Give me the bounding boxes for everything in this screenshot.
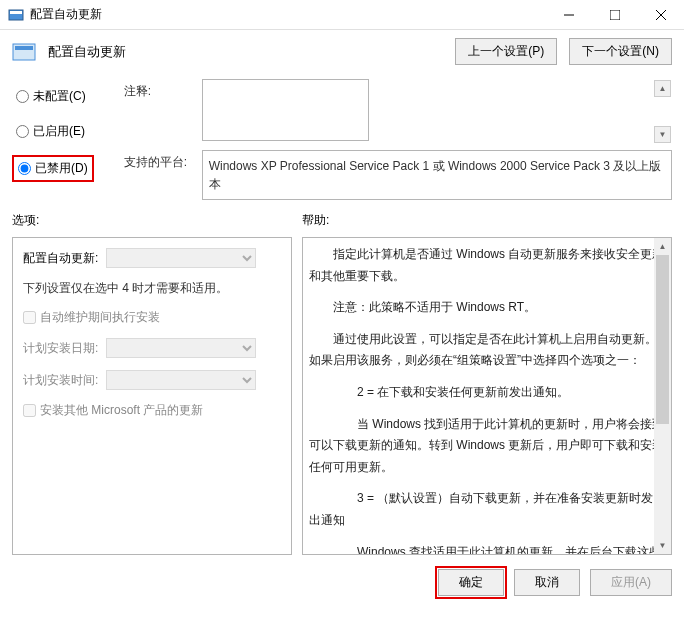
scroll-down-button[interactable]: ▼ [654,537,671,554]
maintenance-checkbox-label: 自动维护期间执行安装 [40,309,160,326]
platform-label: 支持的平台: [124,150,194,200]
state-radio-group: 未配置(C) 已启用(E) 已禁用(D) [12,79,94,200]
other-ms-checkbox-label: 安装其他 Microsoft 产品的更新 [40,402,203,419]
next-setting-button[interactable]: 下一个设置(N) [569,38,672,65]
help-panel: 指定此计算机是否通过 Windows 自动更新服务来接收安全更新和其他重要下载。… [302,237,672,555]
platform-text: Windows XP Professional Service Pack 1 或… [202,150,672,200]
radio-disabled-label: 已禁用(D) [35,160,88,177]
svg-rect-7 [15,46,33,50]
install-time-label: 计划安装时间: [23,372,98,389]
radio-not-configured-input[interactable] [16,90,29,103]
config-update-label: 配置自动更新: [23,250,98,267]
radio-enabled-label: 已启用(E) [33,123,85,140]
page-title: 配置自动更新 [48,43,443,61]
help-p1: 指定此计算机是否通过 Windows 自动更新服务来接收安全更新和其他重要下载。 [309,244,665,287]
footer: 确定 取消 应用(A) [0,561,684,604]
comment-label: 注释: [124,79,194,144]
help-text: 指定此计算机是否通过 Windows 自动更新服务来接收安全更新和其他重要下载。… [309,244,665,555]
comment-textarea[interactable] [202,79,369,141]
scroll-thumb[interactable] [656,255,669,424]
help-p6: 3 = （默认设置）自动下载更新，并在准备安装更新时发出通知 [309,488,665,531]
scroll-up-icon[interactable]: ▲ [654,80,671,97]
scroll-up-button[interactable]: ▲ [654,238,671,255]
window-title: 配置自动更新 [30,6,546,23]
radio-disabled-input[interactable] [18,162,31,175]
policy-icon [12,42,36,62]
other-ms-checkbox-row: 安装其他 Microsoft 产品的更新 [23,402,281,419]
install-date-label: 计划安装日期: [23,340,98,357]
scroll-down-icon[interactable]: ▼ [654,126,671,143]
minimize-button[interactable] [546,0,592,29]
radio-not-configured[interactable]: 未配置(C) [12,85,94,108]
other-ms-checkbox [23,404,36,417]
cancel-button[interactable]: 取消 [514,569,580,596]
help-scrollbar[interactable]: ▲ ▼ [654,238,671,554]
help-p7: Windows 查找适用于此计算机的更新，并在后台下载这些更新（在此过程中，用户… [309,542,665,555]
help-p4: 2 = 在下载和安装任何更新前发出通知。 [309,382,665,404]
install-date-select [106,338,256,358]
header: 配置自动更新 上一个设置(P) 下一个设置(N) [0,30,684,73]
help-label: 帮助: [302,212,329,229]
options-label: 选项: [12,212,302,229]
radio-not-configured-label: 未配置(C) [33,88,86,105]
radio-enabled-input[interactable] [16,125,29,138]
install-time-select [106,370,256,390]
help-p3: 通过使用此设置，可以指定是否在此计算机上启用自动更新。如果启用该服务，则必须在“… [309,329,665,372]
prev-setting-button[interactable]: 上一个设置(P) [455,38,557,65]
ok-button[interactable]: 确定 [438,569,504,596]
help-p5: 当 Windows 找到适用于此计算机的更新时，用户将会接到可以下载更新的通知。… [309,414,665,479]
apply-button: 应用(A) [590,569,672,596]
config-update-select [106,248,256,268]
close-button[interactable] [638,0,684,29]
maintenance-checkbox [23,311,36,324]
maintenance-checkbox-row: 自动维护期间执行安装 [23,309,281,326]
app-icon [8,7,24,23]
options-panel: 配置自动更新: 下列设置仅在选中 4 时才需要和适用。 自动维护期间执行安装 计… [12,237,292,555]
options-note: 下列设置仅在选中 4 时才需要和适用。 [23,280,281,297]
radio-disabled[interactable]: 已禁用(D) [12,155,94,182]
svg-rect-1 [10,11,22,14]
svg-rect-3 [610,10,620,20]
titlebar: 配置自动更新 [0,0,684,30]
scroll-track[interactable] [654,255,671,537]
maximize-button[interactable] [592,0,638,29]
help-p2: 注意：此策略不适用于 Windows RT。 [309,297,665,319]
radio-enabled[interactable]: 已启用(E) [12,120,94,143]
